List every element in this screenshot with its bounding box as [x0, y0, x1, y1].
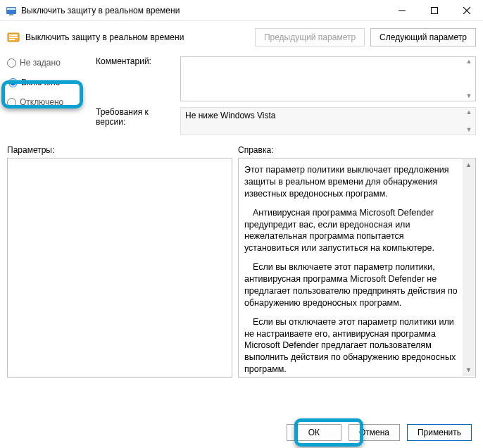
meta-column: Комментарий: ▲ ▼ Требования к версии: Не…	[96, 56, 476, 135]
help-scrollbar[interactable]: ▲ ▼	[463, 159, 475, 376]
svg-rect-1	[7, 8, 15, 10]
scroll-down-icon[interactable]: ▼	[464, 93, 474, 99]
help-p1: Этот параметр политики выключает предлож…	[244, 164, 460, 200]
svg-rect-4	[432, 8, 438, 14]
version-scroll[interactable]: ▲ ▼	[464, 109, 474, 133]
policy-title: Выключить защиту в реальном времени	[25, 32, 249, 42]
state-radios: Не задано Включено Отключено	[7, 56, 83, 107]
scroll-down-icon[interactable]: ▼	[463, 364, 475, 376]
radio-disabled-label: Отключено	[20, 97, 63, 107]
version-value: Не ниже Windows Vista	[185, 111, 276, 120]
pane-labels: Параметры: Справка:	[0, 135, 483, 158]
app-icon	[6, 5, 17, 16]
version-box: Не ниже Windows Vista ▲ ▼	[180, 107, 476, 135]
prev-setting-button[interactable]: Предыдущий параметр	[255, 28, 365, 46]
radio-disabled[interactable]: Отключено	[7, 97, 83, 107]
header: Выключить защиту в реальном времени Пред…	[0, 21, 483, 54]
next-setting-button[interactable]: Следующий параметр	[370, 28, 476, 46]
scroll-up-icon[interactable]: ▲	[464, 109, 474, 116]
window-title: Выключить защиту в реальном времени	[21, 6, 386, 15]
version-label: Требования к версии:	[96, 107, 173, 127]
comment-label: Комментарий:	[96, 56, 173, 66]
radio-not-configured[interactable]: Не задано	[7, 58, 83, 68]
minimize-button[interactable]	[386, 0, 418, 21]
help-label: Справка:	[238, 145, 476, 155]
help-p4: Если вы отключаете этот параметр политик…	[244, 316, 460, 375]
comment-row: Комментарий: ▲ ▼	[96, 56, 476, 101]
comment-textarea[interactable]: ▲ ▼	[180, 56, 476, 101]
footer: ОК Отмена Применить	[0, 424, 483, 441]
policy-icon	[7, 31, 20, 44]
comment-scroll[interactable]: ▲ ▼	[464, 58, 474, 99]
radio-not-configured-label: Не задано	[20, 58, 61, 68]
state-section: Не задано Включено Отключено Комментарий…	[0, 54, 483, 135]
scroll-up-icon[interactable]: ▲	[464, 58, 474, 65]
svg-rect-9	[9, 37, 18, 38]
cancel-button[interactable]: Отмена	[349, 424, 400, 441]
titlebar: Выключить защиту в реальном времени	[0, 0, 483, 21]
panes: Этот параметр политики выключает предлож…	[0, 158, 483, 378]
radio-enabled[interactable]: Включено	[7, 73, 83, 92]
radio-enabled-input[interactable]	[8, 78, 18, 87]
svg-rect-8	[9, 35, 18, 36]
scroll-up-icon[interactable]: ▲	[463, 159, 475, 171]
radio-disabled-input[interactable]	[7, 98, 16, 107]
scroll-down-icon[interactable]: ▼	[464, 127, 474, 133]
svg-rect-10	[9, 39, 15, 40]
svg-rect-2	[9, 14, 13, 15]
apply-button[interactable]: Применить	[407, 424, 472, 441]
radio-enabled-label: Включено	[21, 77, 60, 87]
maximize-button[interactable]	[418, 0, 451, 21]
radio-not-configured-input[interactable]	[7, 58, 16, 68]
help-pane[interactable]: Этот параметр политики выключает предлож…	[238, 158, 476, 378]
options-pane[interactable]	[7, 158, 232, 378]
ok-button[interactable]: ОК	[287, 424, 341, 441]
help-p3: Если вы включаете этот параметр политики…	[244, 261, 460, 309]
help-p2: Антивирусная программа Microsoft Defende…	[244, 207, 460, 255]
window-buttons	[386, 0, 483, 20]
version-row: Требования к версии: Не ниже Windows Vis…	[96, 107, 476, 135]
close-button[interactable]	[451, 0, 483, 21]
options-label: Параметры:	[7, 145, 238, 155]
